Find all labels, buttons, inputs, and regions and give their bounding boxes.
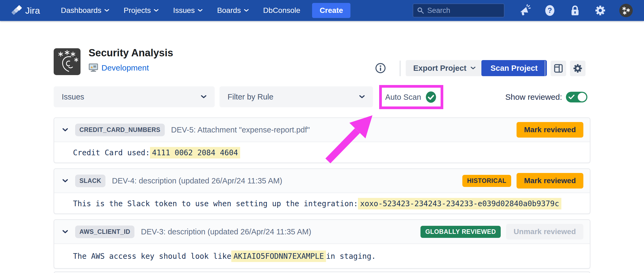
finding-card-partial	[54, 271, 590, 273]
rule-badge: SLACK	[75, 175, 105, 187]
toggle-knob	[578, 93, 586, 101]
finding-header: AWS_CLIENT_ID DEV-3: description (update…	[54, 220, 590, 244]
expander-chevron-icon[interactable]	[62, 179, 69, 183]
nav-item-label: Boards	[217, 6, 241, 15]
check-icon	[568, 94, 575, 100]
auto-scan-label: Auto Scan	[385, 93, 421, 102]
historical-badge: HISTORICAL	[462, 175, 511, 187]
finding-text: This is the Slack token to use when sett…	[73, 199, 358, 208]
secret-highlight: AKIAIO5FODNN7EXAMPLE	[231, 250, 326, 262]
globally-reviewed-badge: GLOBALLY REVIEWED	[420, 226, 501, 238]
search-box[interactable]	[413, 3, 504, 17]
finding-title: DEV-5: Attachment "expense-report.pdf"	[171, 126, 310, 134]
mark-reviewed-button[interactable]: Mark reviewed	[517, 173, 583, 189]
chevron-down-icon	[198, 9, 203, 12]
snowflake-avatar-icon	[621, 5, 631, 16]
finding-text: The AWS access key should look like	[73, 252, 231, 261]
divider	[400, 61, 400, 76]
page-title: Security Analysis	[89, 47, 173, 59]
chevron-down-icon	[104, 9, 109, 12]
nav-item-label: Issues	[173, 6, 195, 15]
show-reviewed-control: Show reviewed:	[505, 91, 587, 104]
rule-filter-select[interactable]: Filter by Rule	[219, 86, 373, 107]
chevron-down-icon	[359, 95, 365, 99]
nav-item-dbconsole[interactable]: DbConsole	[263, 6, 301, 15]
nav-item-label: Dashboards	[61, 6, 101, 15]
auto-scan-enabled-check-icon	[425, 91, 437, 103]
settings-button[interactable]	[570, 61, 586, 76]
rule-filter-label: Filter by Rule	[228, 93, 273, 101]
divider	[545, 61, 545, 76]
navbar-icons: ?	[518, 4, 633, 17]
finding-text: in staging.	[326, 252, 376, 261]
info-icon[interactable]	[375, 62, 386, 74]
finding-body: The AWS access key should look like AKIA…	[54, 244, 590, 268]
finding-body: This is the Slack token to use when sett…	[54, 193, 590, 214]
help-icon[interactable]: ?	[544, 4, 556, 17]
project-link-development[interactable]: Development	[101, 63, 149, 72]
nav-item-label: DbConsole	[263, 6, 301, 15]
finding-header: CREDIT_CARD_NUMBERS DEV-5: Attachment "e…	[54, 118, 590, 142]
finding-text: Credit Card used:	[73, 148, 150, 157]
board-layout-button[interactable]	[551, 61, 566, 76]
issues-filter-select[interactable]: Issues	[54, 86, 215, 107]
project-avatar	[54, 48, 80, 75]
rule-badge: CREDIT_CARD_NUMBERS	[75, 124, 165, 136]
export-project-button[interactable]: Export Project	[406, 60, 483, 76]
gear-icon	[572, 63, 583, 74]
auto-scan-highlight-box[interactable]: Auto Scan	[379, 85, 443, 109]
chevron-down-icon	[471, 67, 475, 70]
nav-menu: Dashboards Projects Issues Boards DbCons…	[61, 6, 300, 15]
finding-card-dev5: CREDIT_CARD_NUMBERS DEV-5: Attachment "e…	[54, 117, 590, 163]
finding-title: DEV-3: description (updated 26/Apr/24 11…	[141, 227, 311, 236]
nav-item-projects[interactable]: Projects	[124, 6, 159, 15]
search-icon	[417, 6, 424, 14]
nav-item-issues[interactable]: Issues	[173, 6, 203, 15]
finding-body: Credit Card used: 4111 0062 2084 4604	[54, 142, 590, 163]
top-navbar: Jira Dashboards Projects Issues Boards D…	[0, 0, 644, 21]
unmark-reviewed-button[interactable]: Unmark reviewed	[506, 224, 583, 239]
user-avatar[interactable]	[619, 4, 633, 17]
show-reviewed-toggle[interactable]	[566, 92, 587, 102]
show-reviewed-label: Show reviewed:	[505, 93, 562, 102]
export-project-label: Export Project	[413, 64, 466, 73]
svg-text:?: ?	[548, 6, 552, 14]
gear-icon[interactable]	[594, 4, 606, 17]
mark-reviewed-button[interactable]: Mark reviewed	[517, 122, 583, 138]
jira-logo-text: Jira	[25, 5, 40, 16]
secret-highlight: 4111 0062 2084 4604	[150, 147, 240, 158]
search-input[interactable]	[427, 6, 500, 15]
expander-chevron-icon[interactable]	[62, 230, 69, 234]
nav-item-boards[interactable]: Boards	[217, 6, 249, 15]
page: Jira Dashboards Projects Issues Boards D…	[0, 0, 644, 273]
nav-item-label: Projects	[124, 6, 151, 15]
megaphone-icon[interactable]	[518, 4, 531, 17]
secret-highlight: xoxo-523423-234243-234233-e039d02840a0b9…	[358, 198, 561, 209]
lock-icon[interactable]	[569, 4, 581, 17]
chevron-down-icon	[201, 95, 207, 99]
finding-header: SLACK DEV-4: description (updated 26/Apr…	[54, 169, 590, 193]
finding-card-dev3: AWS_CLIENT_ID DEV-3: description (update…	[54, 219, 590, 269]
computer-icon	[89, 63, 98, 72]
expander-chevron-icon[interactable]	[62, 128, 69, 132]
chevron-down-icon	[154, 9, 159, 12]
create-button[interactable]: Create	[312, 3, 350, 18]
jira-logo[interactable]: Jira	[11, 5, 40, 16]
board-layout-icon	[554, 64, 563, 73]
scan-project-button[interactable]: Scan Project	[481, 60, 547, 76]
finding-card-dev4: SLACK DEV-4: description (updated 26/Apr…	[54, 168, 590, 214]
chevron-down-icon	[244, 9, 249, 12]
finding-title: DEV-4: description (updated 26/Apr/24 11…	[112, 176, 282, 185]
project-breadcrumb: Development	[89, 63, 149, 72]
issues-filter-label: Issues	[62, 93, 84, 101]
rule-badge: AWS_CLIENT_ID	[75, 226, 134, 238]
nav-item-dashboards[interactable]: Dashboards	[61, 6, 109, 15]
jira-logo-icon	[11, 5, 23, 16]
winter-face-avatar-icon	[54, 48, 80, 75]
